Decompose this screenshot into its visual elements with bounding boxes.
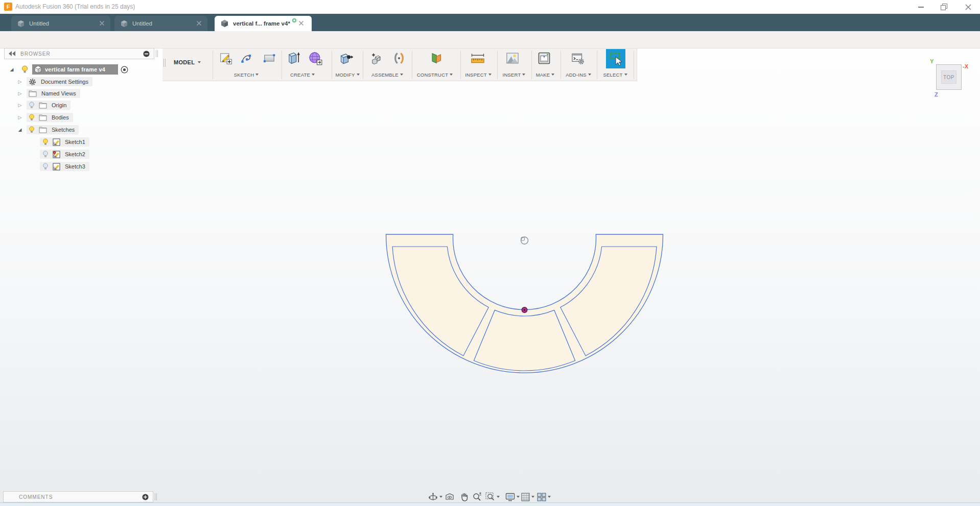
zoom-button[interactable]	[473, 491, 482, 502]
expand-collapse-icon[interactable]: ▷	[17, 91, 22, 96]
dropdown-caret-icon	[312, 74, 315, 76]
browser-row-sketch3[interactable]: Sketch3	[40, 161, 89, 172]
ribbon-group-inspect[interactable]: INSPECT	[459, 71, 498, 78]
expand-collapse-icon[interactable]: ▷	[17, 115, 22, 120]
folder-icon	[29, 90, 37, 97]
axis-y-label: Y	[930, 58, 934, 64]
minimize-button[interactable]	[912, 0, 929, 14]
expand-collapse-icon[interactable]: ◢	[9, 67, 14, 72]
workspace-selector[interactable]: MODEL	[174, 56, 201, 68]
group-label-text: INSERT	[503, 72, 521, 78]
fusion360-window: F Autodesk Fusion 360 (Trial ends in 25 …	[0, 0, 980, 506]
scripts-addins-button[interactable]	[570, 50, 586, 66]
collapse-panel-icon[interactable]	[9, 51, 16, 56]
group-label-text: ADD-INS	[566, 72, 586, 78]
sketch-pinned-icon	[53, 151, 60, 158]
browser-row-document-settings[interactable]: ▷ Document Settings	[17, 77, 92, 87]
rectangle-tool-button[interactable]	[262, 50, 277, 66]
comments-panel-header[interactable]: COMMENTS	[3, 491, 153, 502]
zoom-icon	[473, 492, 482, 501]
activate-component-icon[interactable]	[121, 66, 128, 74]
group-label-text: CONSTRUCT	[417, 72, 448, 78]
browser-panel-title: BROWSER	[20, 51, 51, 57]
model-canvas[interactable]	[0, 49, 980, 503]
add-comment-icon[interactable]	[142, 494, 149, 500]
viewports-button[interactable]	[537, 491, 551, 502]
tab-close-button[interactable]	[196, 20, 202, 27]
panel-visibility-icon[interactable]	[143, 51, 150, 57]
display-settings-button[interactable]	[505, 491, 520, 502]
close-button[interactable]	[960, 0, 977, 14]
restore-button[interactable]	[935, 0, 952, 14]
tab-untitled-2[interactable]: Untitled	[114, 16, 207, 31]
select-tool-button[interactable]	[606, 49, 625, 68]
visibility-bulb-icon[interactable]	[42, 138, 49, 146]
construct-plane-button[interactable]	[428, 50, 444, 66]
browser-row-sketch1[interactable]: Sketch1	[40, 137, 89, 147]
ribbon-group-select[interactable]: SELECT	[597, 71, 634, 78]
title-bar: F Autodesk Fusion 360 (Trial ends in 25 …	[0, 0, 980, 14]
ribbon-grip-handle[interactable]	[164, 59, 166, 67]
measure-icon	[470, 52, 485, 65]
browser-row-named-views[interactable]: ▷ Named Views	[17, 88, 80, 99]
expand-collapse-icon[interactable]: ▷	[17, 79, 22, 84]
zoom-window-button[interactable]	[485, 491, 500, 502]
tab-close-button[interactable]	[298, 20, 305, 27]
look-at-button[interactable]	[445, 491, 454, 502]
dropdown-caret-icon	[588, 74, 591, 76]
grid-snap-button[interactable]	[521, 491, 534, 502]
new-component-button[interactable]	[369, 50, 385, 66]
ribbon-group-sketch[interactable]: SKETCH	[228, 71, 265, 78]
joint-button[interactable]	[391, 50, 407, 66]
browser-row-origin[interactable]: ▷ Origin	[17, 100, 71, 110]
viewcube[interactable]: TOP	[936, 64, 962, 90]
measure-button[interactable]	[470, 50, 485, 66]
workspace-label: MODEL	[174, 59, 195, 65]
browser-panel-header[interactable]: BROWSER	[4, 48, 154, 59]
create-sketch-button[interactable]	[218, 50, 234, 66]
extrude-button[interactable]	[286, 50, 301, 66]
sketch-viewport	[358, 220, 690, 434]
browser-root-item[interactable]: vertical farm frame v4	[32, 64, 118, 75]
tab-vertical-farm-frame[interactable]: vertical f... frame v4*	[215, 16, 312, 31]
visibility-bulb-icon[interactable]	[29, 114, 35, 122]
visibility-bulb-icon[interactable]	[29, 126, 35, 134]
insert-image-button[interactable]	[505, 50, 520, 66]
group-label-text: SKETCH	[234, 72, 254, 78]
browser-row-sketches[interactable]: ◢ Sketches	[17, 125, 79, 135]
sketch-point[interactable]	[522, 307, 527, 312]
browser-row-root[interactable]: ◢ vertical farm frame v4	[9, 64, 128, 75]
ribbon-group-assemble[interactable]: ASSEMBLE	[366, 71, 409, 78]
visibility-bulb-off-icon[interactable]	[42, 163, 49, 171]
press-pull-button[interactable]	[339, 50, 354, 66]
ribbon-divider	[634, 51, 634, 79]
tab-close-button[interactable]	[99, 20, 105, 27]
spline-tool-button[interactable]	[239, 50, 254, 66]
dropdown-caret-icon	[488, 74, 492, 76]
ribbon-group-add-ins[interactable]: ADD-INS	[560, 71, 597, 78]
ribbon-group-construct[interactable]: CONSTRUCT	[411, 71, 459, 78]
form-sphere-icon	[308, 51, 322, 65]
browser-panel-grip-handle[interactable]	[156, 50, 158, 57]
orbit-button[interactable]	[428, 491, 442, 502]
create-form-button[interactable]	[308, 50, 323, 66]
visibility-bulb-icon[interactable]	[21, 65, 28, 74]
ribbon-group-modify[interactable]: MODIFY	[328, 71, 367, 78]
comments-panel-grip-handle[interactable]	[155, 493, 157, 500]
ribbon-group-make[interactable]: MAKE	[529, 71, 561, 78]
dropdown-caret-icon	[531, 496, 534, 498]
tab-untitled-1[interactable]: Untitled	[11, 16, 110, 31]
origin-marker-icon[interactable]	[521, 237, 528, 244]
ribbon-group-create[interactable]: CREATE	[284, 71, 321, 78]
expand-collapse-icon[interactable]: ◢	[17, 127, 22, 132]
pan-button[interactable]	[460, 491, 469, 502]
browser-row-bodies[interactable]: ▷ Bodies	[17, 112, 73, 123]
expand-collapse-icon[interactable]: ▷	[17, 103, 22, 108]
visibility-bulb-off-icon[interactable]	[29, 102, 35, 109]
browser-row-sketch2[interactable]: Sketch2	[40, 149, 89, 159]
group-label-text: SELECT	[603, 72, 622, 78]
make-3d-print-button[interactable]	[536, 50, 552, 66]
construct-plane-icon	[429, 51, 443, 65]
visibility-bulb-off-icon[interactable]	[42, 151, 49, 158]
ribbon-group-insert[interactable]: INSERT	[497, 71, 531, 78]
